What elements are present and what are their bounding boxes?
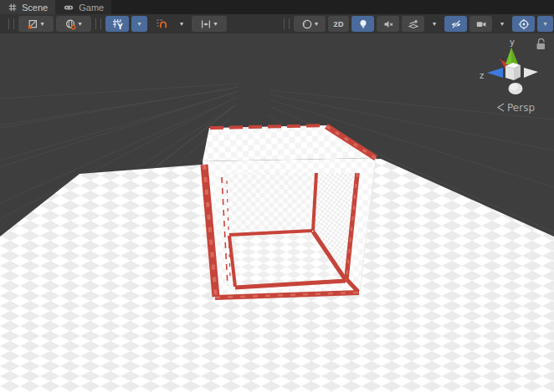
grid-icon — [8, 3, 18, 13]
axis-label-x[interactable]: x — [500, 55, 505, 63]
chevron-down-icon: ▾ — [213, 21, 218, 28]
gizmos-button[interactable] — [512, 16, 535, 32]
scene-canvas[interactable]: y x z Persp — [0, 33, 554, 392]
chevron-down-icon: ▾ — [542, 21, 547, 28]
chevron-down-icon: ▾ — [136, 21, 141, 28]
voxel-cube — [203, 125, 376, 299]
orientation-gizmo[interactable]: y x z — [480, 38, 538, 94]
projection-label[interactable]: Persp — [507, 102, 535, 114]
handle-rotation-button[interactable]: ▾ — [56, 16, 91, 32]
camera-icon — [475, 18, 487, 30]
snap-magnet-icon — [155, 18, 167, 30]
axis-label-y[interactable]: y — [510, 38, 515, 47]
increment-snap-button[interactable]: ▾ — [192, 16, 227, 32]
eye-hidden-icon — [450, 18, 462, 30]
2d-toggle-button[interactable]: 2D — [328, 16, 349, 32]
gamepad-icon — [63, 3, 74, 13]
tab-bar: Scene Game — [0, 0, 554, 14]
axis-label-z[interactable]: z — [480, 71, 484, 80]
tab-game[interactable]: Game — [55, 0, 111, 14]
shaded-mode-icon — [301, 18, 313, 30]
chevron-down-icon: ▾ — [500, 21, 505, 28]
effects-icon — [408, 18, 419, 30]
scene-viewport[interactable]: y x z Persp — [0, 33, 554, 392]
gizmo-center-cube[interactable] — [505, 63, 521, 80]
pivot-icon — [27, 18, 38, 30]
audio-mute-icon — [382, 18, 394, 30]
unity-scene-view-window: Scene Game ▾ — [0, 0, 554, 392]
grid-snapping-button[interactable] — [150, 16, 172, 32]
tab-game-label: Game — [79, 3, 104, 13]
increment-snap-icon — [200, 18, 212, 30]
grid-visibility-button[interactable]: Y — [105, 16, 129, 32]
cube-inner-back-wall — [220, 172, 317, 235]
chevron-left-icon — [498, 104, 504, 111]
audio-toggle-button[interactable] — [377, 16, 399, 32]
lock-icon[interactable] — [537, 38, 546, 49]
tool-settings-overlay: ▾ ▾ Y ▾ — [7, 16, 227, 32]
gizmos-dropdown[interactable]: ▾ — [537, 16, 553, 32]
draw-mode-button[interactable]: ▾ — [294, 16, 326, 32]
scene-toolbar: ▾ ▾ Y ▾ — [0, 14, 554, 34]
chevron-down-icon: ▾ — [39, 21, 44, 28]
axis-cone-negative-right[interactable] — [524, 68, 538, 78]
effects-dropdown[interactable]: ▾ — [427, 16, 442, 32]
tab-scene[interactable]: Scene — [0, 0, 55, 14]
chevron-down-icon: ▾ — [432, 21, 437, 28]
drag-handle[interactable] — [95, 18, 101, 29]
chevron-down-icon: ▾ — [179, 21, 184, 28]
2d-label: 2D — [333, 20, 344, 28]
projection-toggle[interactable]: Persp — [498, 102, 535, 114]
gizmos-icon — [518, 18, 530, 30]
lightbulb-icon — [357, 18, 369, 30]
grid-snapping-dropdown[interactable]: ▾ — [174, 16, 189, 32]
scene-lighting-button[interactable] — [351, 16, 374, 32]
scene-visibility-button[interactable] — [444, 16, 467, 32]
grid-visibility-dropdown[interactable]: ▾ — [131, 16, 147, 32]
camera-settings-button[interactable] — [469, 16, 492, 32]
chevron-down-icon: ▾ — [314, 21, 319, 28]
view-options-overlay: ▾ 2D — [282, 16, 553, 32]
camera-settings-dropdown[interactable]: ▾ — [495, 16, 510, 32]
axis-cone-z[interactable] — [487, 68, 503, 78]
tab-scene-label: Scene — [22, 3, 48, 13]
drag-handle[interactable] — [284, 18, 290, 29]
drag-handle[interactable] — [8, 18, 14, 29]
effects-button[interactable] — [402, 16, 424, 32]
chevron-down-icon: ▾ — [77, 21, 82, 28]
global-icon — [64, 18, 76, 30]
grid-axis-y-icon: Y — [111, 18, 124, 30]
handle-position-button[interactable]: ▾ — [18, 16, 54, 32]
grid-axis-label: Y — [116, 23, 123, 31]
